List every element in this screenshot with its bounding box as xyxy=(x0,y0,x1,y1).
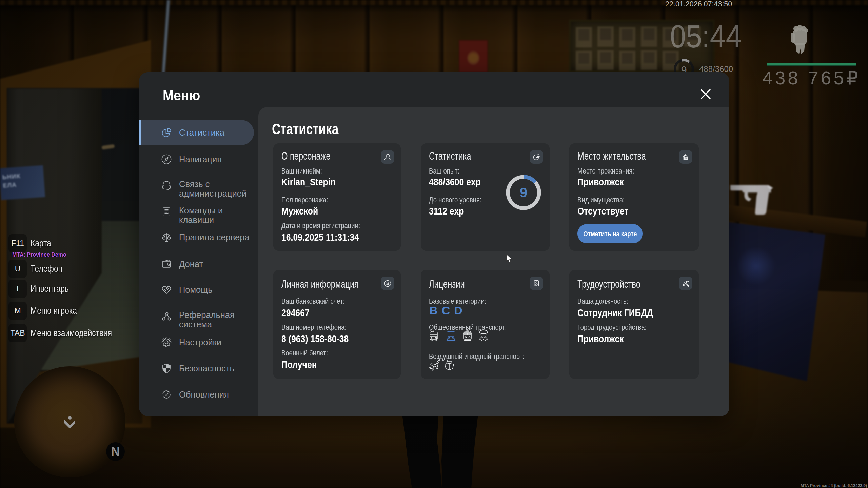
svg-text:9: 9 xyxy=(520,185,527,200)
